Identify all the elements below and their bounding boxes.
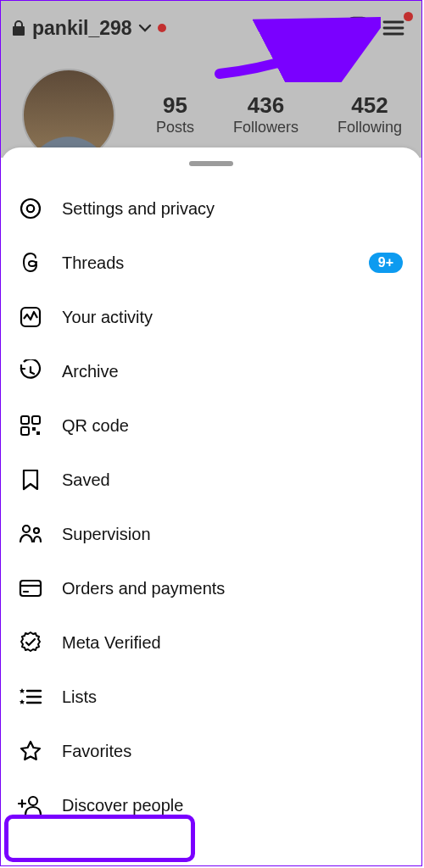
username-text: pankil_298 (32, 17, 132, 40)
create-post-button[interactable] (340, 10, 376, 46)
svg-rect-6 (21, 427, 29, 435)
svg-rect-7 (32, 427, 36, 431)
hamburger-menu-button[interactable] (376, 10, 411, 46)
username-switcher[interactable]: pankil_298 (11, 17, 166, 40)
plus-square-icon (345, 15, 371, 41)
verified-icon (18, 630, 43, 655)
menu-item-favorites[interactable]: Favorites (1, 724, 421, 778)
menu-item-orders[interactable]: Orders and payments (1, 561, 421, 615)
notification-dot-icon (404, 12, 413, 21)
menu-item-label: Supervision (62, 525, 403, 544)
svg-rect-11 (20, 581, 41, 596)
supervision-icon (18, 521, 43, 547)
menu-item-archive[interactable]: Archive (1, 344, 421, 398)
menu-item-label: Meta Verified (62, 633, 403, 653)
menu-item-label: Archive (62, 362, 403, 381)
svg-rect-8 (36, 431, 40, 435)
profile-header-dimmed: pankil_298 95 Posts 436 (1, 1, 421, 158)
svg-point-12 (29, 797, 37, 805)
menu-list: Settings and privacy Threads 9+ Your act… (1, 181, 421, 832)
menu-item-saved[interactable]: Saved (1, 453, 421, 507)
stat-posts[interactable]: 95 Posts (156, 92, 194, 136)
hamburger-icon (381, 15, 406, 41)
chevron-down-icon (137, 20, 153, 36)
menu-item-label: Your activity (62, 308, 403, 327)
discover-people-icon (18, 793, 43, 818)
svg-point-9 (23, 526, 30, 532)
svg-point-10 (34, 528, 39, 533)
bookmark-icon (18, 467, 43, 492)
gear-icon (18, 196, 43, 221)
menu-item-label: Saved (62, 470, 403, 490)
lock-icon (11, 19, 27, 37)
menu-item-label: Discover people (62, 796, 403, 815)
star-icon (18, 738, 43, 764)
menu-item-label: Settings and privacy (62, 199, 403, 219)
menu-item-threads[interactable]: Threads 9+ (1, 236, 421, 290)
activity-icon (18, 304, 43, 330)
menu-item-supervision[interactable]: Supervision (1, 507, 421, 561)
menu-item-activity[interactable]: Your activity (1, 290, 421, 344)
menu-item-label: QR code (62, 416, 403, 436)
qr-icon (18, 413, 43, 438)
svg-rect-5 (32, 416, 40, 424)
menu-bottom-sheet: Settings and privacy Threads 9+ Your act… (1, 147, 421, 865)
notification-dot-icon (158, 24, 166, 32)
menu-item-label: Threads (62, 253, 350, 273)
menu-item-qr[interactable]: QR code (1, 398, 421, 453)
card-icon (18, 576, 43, 601)
instagram-profile-screen: pankil_298 95 Posts 436 (0, 0, 422, 866)
lists-icon (18, 684, 43, 709)
menu-item-label: Orders and payments (62, 579, 403, 598)
svg-point-2 (27, 205, 34, 212)
svg-point-1 (21, 199, 40, 218)
threads-badge: 9+ (369, 253, 403, 273)
menu-item-label: Favorites (62, 742, 403, 761)
menu-item-settings[interactable]: Settings and privacy (1, 181, 421, 236)
menu-item-discover[interactable]: Discover people (1, 778, 421, 832)
menu-item-label: Lists (62, 687, 403, 707)
sheet-grabber[interactable] (189, 161, 233, 166)
menu-item-lists[interactable]: Lists (1, 670, 421, 724)
archive-icon (18, 359, 43, 384)
svg-rect-4 (21, 416, 29, 424)
stat-following[interactable]: 452 Following (338, 92, 402, 136)
stat-followers[interactable]: 436 Followers (233, 92, 298, 136)
menu-item-verified[interactable]: Meta Verified (1, 615, 421, 670)
threads-icon (18, 250, 43, 275)
